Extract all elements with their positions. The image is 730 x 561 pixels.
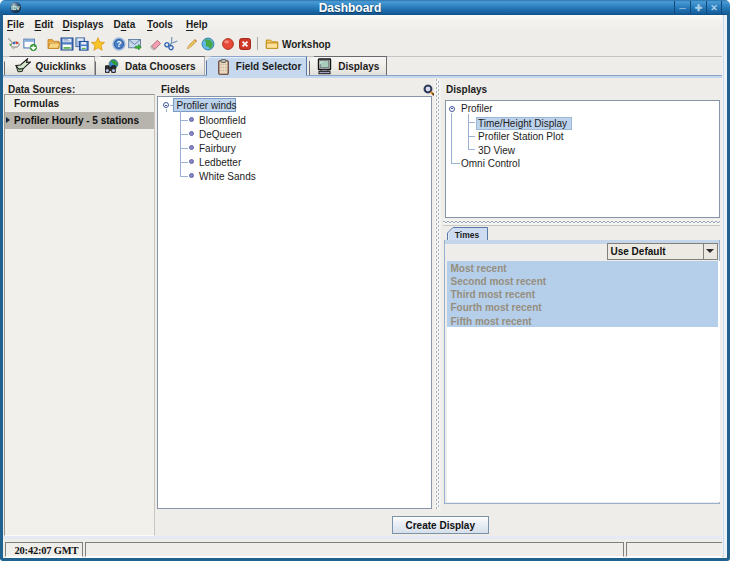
svg-text:?: ?	[116, 39, 121, 49]
